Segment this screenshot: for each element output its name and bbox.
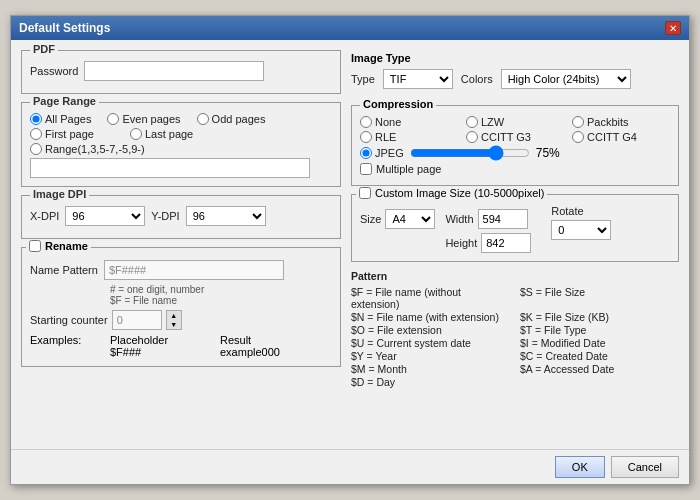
radio-all-pages: All Pages bbox=[30, 113, 91, 125]
height-label: Height bbox=[445, 237, 477, 249]
pattern-d: $D = Day bbox=[351, 376, 510, 388]
radio-range: Range(1,3,5-7,-5,9-) bbox=[30, 143, 332, 155]
none-label: None bbox=[375, 116, 401, 128]
image-type-header: Image Type bbox=[351, 52, 679, 64]
type-select[interactable]: TIF BMP JPEG PNG GIF bbox=[383, 69, 453, 89]
counter-row: Starting counter ▲ ▼ bbox=[30, 310, 332, 330]
ok-button[interactable]: OK bbox=[555, 456, 605, 478]
counter-input[interactable] bbox=[112, 310, 162, 330]
image-type-row: Type TIF BMP JPEG PNG GIF Colors High Co… bbox=[351, 69, 679, 89]
radio-last-page: Last page bbox=[130, 128, 193, 140]
pattern-f-desc: = File name (without extension) bbox=[351, 286, 461, 310]
size-grid: Width Height bbox=[445, 209, 531, 253]
title-bar: Default Settings ✕ bbox=[11, 16, 689, 40]
name-pattern-label: Name Pattern bbox=[30, 264, 98, 276]
rotate-select[interactable]: 0 90 180 270 bbox=[551, 220, 611, 240]
even-pages-label: Even pages bbox=[122, 113, 180, 125]
xdpi-select[interactable]: 96 72 150 200 300 bbox=[65, 206, 145, 226]
pattern-u: $U = Current system date bbox=[351, 337, 510, 349]
radio-jpeg: JPEG bbox=[360, 147, 404, 159]
name-pattern-row: Name Pattern bbox=[30, 260, 332, 280]
placeholder-header: Placeholder bbox=[110, 334, 220, 346]
spinner-down[interactable]: ▼ bbox=[167, 320, 181, 329]
pattern-i: $I = Modified Date bbox=[520, 337, 679, 349]
colors-select[interactable]: High Color (24bits) Black & White 256 Co… bbox=[501, 69, 631, 89]
right-panel: Image Type Type TIF BMP JPEG PNG GIF Col… bbox=[351, 50, 679, 439]
pattern-section: Pattern $F = File name (without extensio… bbox=[351, 270, 679, 439]
size-fields: Size A4 A3 A5 Letter Custom Width bbox=[360, 205, 670, 253]
pattern-i-desc: = Modified Date bbox=[532, 337, 606, 349]
pattern-n: $N = File name (with extension) bbox=[351, 311, 510, 323]
dialog-window: Default Settings ✕ PDF Password Page Ran… bbox=[10, 15, 690, 485]
radio-none: None bbox=[360, 116, 458, 128]
example-output: example000 bbox=[220, 346, 310, 358]
width-input[interactable] bbox=[478, 209, 528, 229]
password-input[interactable] bbox=[84, 61, 264, 81]
jpeg-quality-pct: 75% bbox=[536, 146, 560, 160]
examples-label: Examples: bbox=[30, 334, 110, 346]
pattern-m: $M = Month bbox=[351, 363, 510, 375]
bottom-bar: OK Cancel bbox=[11, 449, 689, 484]
rename-group: Rename Name Pattern # = one digit, numbe… bbox=[21, 247, 341, 367]
pattern-n-var: $N bbox=[351, 311, 364, 323]
rename-checkbox[interactable] bbox=[29, 240, 41, 252]
pattern-f-var: $F bbox=[351, 286, 363, 298]
pattern-y-desc: = Year bbox=[367, 350, 397, 362]
counter-label: Starting counter bbox=[30, 314, 108, 326]
rename-content: Name Pattern # = one digit, number $F = … bbox=[30, 260, 332, 358]
dialog-content: PDF Password Page Range All Pages bbox=[11, 40, 689, 449]
custom-image-size-group: Custom Image Size (10-5000pixel) Size A4… bbox=[351, 194, 679, 262]
rotate-label: Rotate bbox=[551, 205, 611, 217]
ccitt-g4-label: CCITT G4 bbox=[587, 131, 637, 143]
pattern-m-var: $M bbox=[351, 363, 366, 375]
pattern-f: $F = File name (without extension) bbox=[351, 286, 510, 310]
spinner-up[interactable]: ▲ bbox=[167, 311, 181, 320]
radio-odd-pages: Odd pages bbox=[197, 113, 266, 125]
size-dropdown[interactable]: A4 A3 A5 Letter Custom bbox=[385, 209, 435, 229]
counter-spinner: ▲ ▼ bbox=[166, 310, 182, 330]
pattern-grid: $F = File name (without extension) $S = … bbox=[351, 286, 679, 388]
radio-even-pages: Even pages bbox=[107, 113, 180, 125]
pattern-o: $O = File extension bbox=[351, 324, 510, 336]
pattern-a: $A = Accessed Date bbox=[520, 363, 679, 375]
colors-label: Colors bbox=[461, 73, 493, 85]
multiple-page-label: Multiple page bbox=[376, 163, 441, 175]
radio-packbits: Packbits bbox=[572, 116, 670, 128]
pattern-d-desc: = Day bbox=[367, 376, 395, 388]
compression-label: Compression bbox=[360, 98, 436, 110]
xdpi-label: X-DPI bbox=[30, 210, 59, 222]
jpeg-quality-slider[interactable] bbox=[410, 146, 530, 160]
pattern-s-var: $S bbox=[520, 286, 533, 298]
ydpi-label: Y-DPI bbox=[151, 210, 179, 222]
range-label: Range(1,3,5-7,-5,9-) bbox=[45, 143, 145, 155]
pattern-i-var: $I bbox=[520, 337, 529, 349]
close-button[interactable]: ✕ bbox=[665, 21, 681, 35]
pattern-d-var: $D bbox=[351, 376, 364, 388]
size-label: Size bbox=[360, 213, 381, 225]
packbits-label: Packbits bbox=[587, 116, 629, 128]
pattern-y-var: $Y bbox=[351, 350, 364, 362]
radio-ccitt-g3: CCITT G3 bbox=[466, 131, 564, 143]
image-type-section: Image Type Type TIF BMP JPEG PNG GIF Col… bbox=[351, 50, 679, 97]
page-range-group: Page Range All Pages Even pages bbox=[21, 102, 341, 187]
pattern-s: $S = File Size bbox=[520, 286, 679, 310]
result-header: Result bbox=[220, 334, 310, 346]
pattern-a-desc: = Accessed Date bbox=[535, 363, 614, 375]
ydpi-select[interactable]: 96 72 150 200 300 bbox=[186, 206, 266, 226]
range-input[interactable] bbox=[30, 158, 310, 178]
multiple-page-row: Multiple page bbox=[360, 163, 670, 175]
radio-first-page: First page bbox=[30, 128, 94, 140]
name-pattern-input[interactable] bbox=[104, 260, 284, 280]
pattern-o-var: $O bbox=[351, 324, 365, 336]
multiple-page-checkbox[interactable] bbox=[360, 163, 372, 175]
height-input[interactable] bbox=[481, 233, 531, 253]
password-row: Password bbox=[30, 61, 332, 81]
rename-label: Rename bbox=[45, 240, 88, 252]
pattern-t-desc: = File Type bbox=[535, 324, 586, 336]
cancel-button[interactable]: Cancel bbox=[611, 456, 679, 478]
pattern-u-desc: = Current system date bbox=[367, 337, 471, 349]
height-row: Height bbox=[445, 233, 531, 253]
last-page-label: Last page bbox=[145, 128, 193, 140]
pattern-c-var: $C bbox=[520, 350, 533, 362]
custom-size-checkbox[interactable] bbox=[359, 187, 371, 199]
